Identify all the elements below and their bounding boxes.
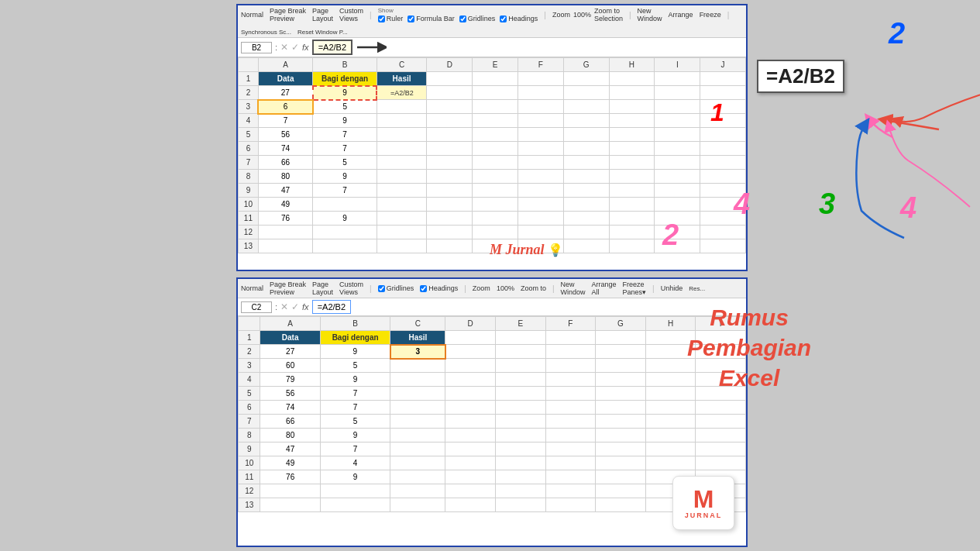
cell-8d[interactable]: [427, 170, 473, 184]
b-cell-10h[interactable]: [645, 456, 696, 470]
cell-5h[interactable]: [609, 128, 655, 142]
freeze-btn[interactable]: Freeze: [700, 11, 721, 19]
cell-4d[interactable]: [427, 114, 473, 128]
cell-3h[interactable]: [609, 100, 655, 114]
b-cell-12d[interactable]: [445, 484, 496, 498]
b-cell-11f[interactable]: [545, 470, 596, 484]
cell-1h[interactable]: [609, 72, 655, 86]
cell-9a[interactable]: 47: [258, 184, 313, 198]
cell-9c[interactable]: [377, 184, 427, 198]
b-cell-7c[interactable]: [390, 415, 445, 429]
b-cell-2a[interactable]: 27: [260, 345, 321, 359]
b-col-header-b[interactable]: B: [320, 317, 390, 331]
b-cell-11d[interactable]: [445, 470, 496, 484]
b-cell-10b[interactable]: 4: [320, 456, 390, 470]
cell-10a[interactable]: 49: [258, 198, 313, 212]
ribbon-normal[interactable]: Normal: [241, 11, 263, 19]
b-cell-4f[interactable]: [545, 373, 596, 387]
col-header-a[interactable]: A: [258, 58, 313, 72]
b-cell-10f[interactable]: [545, 456, 596, 470]
b-cell-12a[interactable]: [260, 484, 321, 498]
cell-2c[interactable]: =A2/B2: [377, 86, 427, 100]
b-col-header-d[interactable]: D: [445, 317, 496, 331]
cell-6i[interactable]: [655, 142, 700, 156]
b-cell-8c[interactable]: [390, 429, 445, 443]
b-cell-8e[interactable]: [495, 429, 545, 443]
cell-10e[interactable]: [473, 198, 518, 212]
cell-11a[interactable]: 76: [258, 212, 313, 226]
cell-5j[interactable]: [700, 128, 746, 142]
cell-11g[interactable]: [563, 212, 609, 226]
cell-6c[interactable]: [377, 142, 427, 156]
b-freeze[interactable]: FreezePanes▾: [623, 281, 647, 296]
b-cell-3g[interactable]: [596, 359, 646, 373]
cell-8a[interactable]: 80: [258, 170, 313, 184]
b-cell-6c[interactable]: [390, 401, 445, 415]
cell-10d[interactable]: [427, 198, 473, 212]
cell-4i[interactable]: [655, 114, 700, 128]
gridlines-checkbox[interactable]: Gridlines: [459, 15, 496, 22]
cell-11c[interactable]: [377, 212, 427, 226]
cell-4f[interactable]: [518, 114, 563, 128]
b-cell-1d[interactable]: [445, 331, 496, 345]
cell-3c[interactable]: [377, 100, 427, 114]
b-cell-9c[interactable]: [390, 443, 445, 456]
cell-3a[interactable]: 6: [258, 100, 313, 114]
cell-4a[interactable]: 7: [258, 114, 313, 128]
b-cell-6e[interactable]: [495, 401, 545, 415]
b-zoom-to[interactable]: Zoom to: [521, 284, 546, 292]
b-col-header-f[interactable]: F: [545, 317, 596, 331]
cell-5b[interactable]: 7: [313, 128, 377, 142]
cell-9f[interactable]: [518, 184, 563, 198]
b-cell-4b[interactable]: 9: [320, 373, 390, 387]
headings-checkbox[interactable]: Headings: [500, 15, 538, 22]
cell-4b[interactable]: 9: [313, 114, 377, 128]
b-ribbon-pagelayout[interactable]: PageLayout: [312, 281, 333, 296]
cell-8c[interactable]: [377, 170, 427, 184]
b-cancel-icon[interactable]: ✕: [280, 301, 288, 312]
cell-6b[interactable]: 7: [313, 142, 377, 156]
b-cell-2d[interactable]: [445, 345, 496, 359]
b-cell-7g[interactable]: [596, 415, 646, 429]
cell-4h[interactable]: [609, 114, 655, 128]
b-cell-2f[interactable]: [545, 345, 596, 359]
b-cell-13c[interactable]: [390, 498, 445, 512]
cell-13b[interactable]: [313, 239, 377, 253]
b-cell-8f[interactable]: [545, 429, 596, 443]
b-cell-5f[interactable]: [545, 387, 596, 401]
cell-5g[interactable]: [563, 128, 609, 142]
b-cell-3d[interactable]: [445, 359, 496, 373]
b-cell-6h[interactable]: [645, 401, 696, 415]
b-cell-5e[interactable]: [495, 387, 545, 401]
b-ribbon-custom[interactable]: CustomViews: [339, 281, 363, 296]
b-cell-8d[interactable]: [445, 429, 496, 443]
cell-8i[interactable]: [655, 170, 700, 184]
cell-2j[interactable]: [700, 86, 746, 100]
b-cell-6a[interactable]: 74: [260, 401, 321, 415]
b-cell-8i[interactable]: [696, 429, 746, 443]
b-new-window[interactable]: NewWindow: [561, 281, 586, 296]
ribbon-pagelayout[interactable]: PageLayout: [312, 7, 333, 22]
b-cell-5d[interactable]: [445, 387, 496, 401]
cell-8h[interactable]: [609, 170, 655, 184]
b-col-header-a[interactable]: A: [260, 317, 321, 331]
col-header-h[interactable]: H: [609, 58, 655, 72]
b-formula-input[interactable]: =A2/B2: [312, 300, 351, 314]
cell-7h[interactable]: [609, 156, 655, 170]
cell-10g[interactable]: [563, 198, 609, 212]
cell-5d[interactable]: [427, 128, 473, 142]
b-cell-9i[interactable]: [696, 443, 746, 456]
b-gridlines-checkbox[interactable]: Gridlines: [378, 284, 414, 292]
cell-12g[interactable]: [563, 226, 609, 239]
b-cell-2b[interactable]: 9: [320, 345, 390, 359]
cell-1f[interactable]: [518, 72, 563, 86]
cell-7j[interactable]: [700, 156, 746, 170]
b-cell-4d[interactable]: [445, 373, 496, 387]
b-cell-7f[interactable]: [545, 415, 596, 429]
b-cell-11a[interactable]: 76: [260, 470, 321, 484]
ribbon-pagebreak[interactable]: Page BreakPreview: [270, 7, 306, 22]
col-header-f[interactable]: F: [518, 58, 563, 72]
cell-9d[interactable]: [427, 184, 473, 198]
b-cell-3e[interactable]: [495, 359, 545, 373]
b-cell-5b[interactable]: 7: [320, 387, 390, 401]
